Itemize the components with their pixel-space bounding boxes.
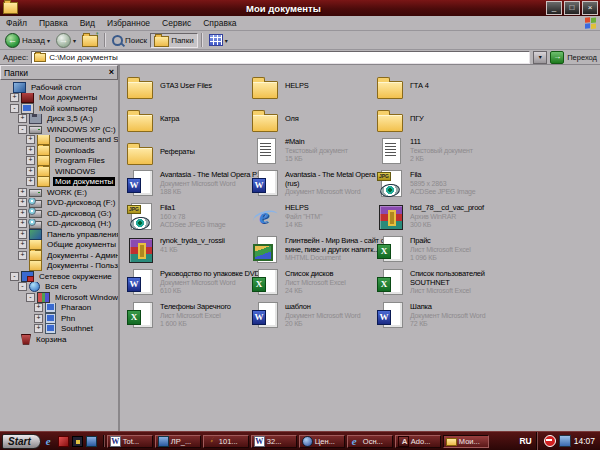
file-item[interactable]: Avantasia - The Metal Opera P1(rus)Докум…: [251, 169, 376, 202]
expand-toggle[interactable]: +: [26, 167, 35, 176]
tree-item[interactable]: -Мой компьютер: [0, 103, 118, 114]
file-item[interactable]: Глинтвейн - Мир Вина - сайт овине, пиве …: [251, 235, 376, 268]
expand-toggle[interactable]: +: [34, 324, 43, 333]
search-button[interactable]: Поиск: [109, 33, 150, 48]
expand-toggle[interactable]: +: [18, 114, 27, 123]
expand-toggle[interactable]: +: [18, 209, 27, 218]
file-item[interactable]: Fila5895 x 2863ACDSee JPEG Image: [376, 169, 501, 202]
file-item[interactable]: Fila1160 x 78ACDSee JPEG Image: [126, 202, 251, 235]
file-item[interactable]: HELPSФайл "HTM"14 КБ: [251, 202, 376, 235]
go-button[interactable]: →: [550, 51, 564, 64]
file-item[interactable]: 111Текстовый документ2 КБ: [376, 136, 501, 169]
tree-item[interactable]: -Вся сеть: [0, 282, 118, 293]
forward-dropdown-icon[interactable]: ▾: [73, 37, 76, 44]
file-item[interactable]: rynok_tryda_v_rossii41 КБ: [126, 235, 251, 268]
tree-item[interactable]: +WORK (E:): [0, 187, 118, 198]
views-button[interactable]: ▾: [206, 33, 231, 48]
file-item[interactable]: Оля: [251, 103, 376, 136]
start-button[interactable]: Start: [2, 434, 41, 449]
tree-item[interactable]: +Southnet: [0, 324, 118, 335]
tree-item[interactable]: +Мои документы: [0, 93, 118, 104]
file-item[interactable]: GTA3 User Files: [126, 70, 251, 103]
taskbar-task[interactable]: 101...: [203, 435, 249, 448]
tree-item[interactable]: +Program Files: [0, 156, 118, 167]
tree-item[interactable]: -Microsoft Windows Network: [0, 292, 118, 303]
expand-toggle[interactable]: +: [18, 198, 27, 207]
address-dropdown-button[interactable]: ▾: [533, 51, 547, 64]
expand-toggle[interactable]: +: [18, 251, 27, 260]
taskbar-task[interactable]: Цен...: [299, 435, 345, 448]
expand-toggle[interactable]: +: [26, 156, 35, 165]
expand-toggle[interactable]: +: [10, 93, 19, 102]
tree-item[interactable]: +Downloads: [0, 145, 118, 156]
tray-red-icon[interactable]: [544, 435, 556, 447]
tree-item[interactable]: +CD-дисковод (G:): [0, 208, 118, 219]
tree-item[interactable]: +Документы - Администратор: [0, 250, 118, 261]
file-item[interactable]: Avantasia - The Metal Opera P1Документ M…: [126, 169, 251, 202]
expand-toggle[interactable]: +: [34, 303, 43, 312]
file-item[interactable]: шаблонДокумент Microsoft Word20 КБ: [251, 301, 376, 334]
menu-item[interactable]: Файл: [0, 18, 33, 28]
expand-toggle[interactable]: +: [26, 177, 35, 186]
menu-item[interactable]: Избранное: [101, 18, 156, 28]
expand-toggle[interactable]: +: [26, 146, 35, 155]
expand-toggle[interactable]: -: [18, 125, 27, 134]
file-item[interactable]: ПрайсЛист Microsoft Excel1 096 КБ: [376, 235, 501, 268]
taskbar-task[interactable]: Ado...: [395, 435, 441, 448]
back-button[interactable]: ← Назад ▾: [2, 33, 53, 48]
maximize-button[interactable]: □: [564, 1, 580, 15]
taskbar-task[interactable]: Tot...: [107, 435, 153, 448]
app-dark-icon[interactable]: [72, 436, 83, 447]
forward-button[interactable]: → ▾: [53, 33, 79, 48]
file-item[interactable]: Рефераты: [126, 136, 251, 169]
tree-item[interactable]: +Documents and Settings: [0, 135, 118, 146]
tree-item[interactable]: -Сетевое окружение: [0, 271, 118, 282]
back-dropdown-icon[interactable]: ▾: [47, 37, 50, 44]
file-item[interactable]: ГТА 4: [376, 70, 501, 103]
views-dropdown-icon[interactable]: ▾: [225, 37, 228, 44]
menu-item[interactable]: Правка: [33, 18, 74, 28]
language-indicator[interactable]: RU: [514, 436, 536, 446]
app-red-icon[interactable]: [58, 436, 69, 447]
taskbar-task[interactable]: Осн...: [347, 435, 393, 448]
file-item[interactable]: Телефоны ЗаречногоЛист Microsoft Excel1 …: [126, 301, 251, 334]
file-item[interactable]: hsd_78__cd_vac_proofАрхив WinRAR300 КБ: [376, 202, 501, 235]
taskbar-task[interactable]: 32...: [251, 435, 297, 448]
menu-item[interactable]: Справка: [197, 18, 242, 28]
ie-icon[interactable]: [44, 436, 55, 447]
address-input[interactable]: C:\Мои документы: [31, 51, 530, 64]
expand-toggle[interactable]: -: [26, 293, 35, 302]
tree-item[interactable]: +DVD-дисковод (F:): [0, 198, 118, 209]
tree-item[interactable]: +CD-дисковод (H:): [0, 219, 118, 230]
expand-toggle[interactable]: -: [18, 282, 27, 291]
close-button[interactable]: ×: [582, 1, 598, 15]
minimize-button[interactable]: _: [546, 1, 562, 15]
tree-item[interactable]: +Панель управления: [0, 229, 118, 240]
expand-toggle[interactable]: -: [10, 104, 19, 113]
expand-toggle[interactable]: +: [18, 219, 27, 228]
expand-toggle[interactable]: +: [18, 240, 27, 249]
file-item[interactable]: HELPS: [251, 70, 376, 103]
tree-item[interactable]: +Диск 3,5 (A:): [0, 114, 118, 125]
file-item[interactable]: ПГУ: [376, 103, 501, 136]
sidebar-close-icon[interactable]: ×: [109, 68, 114, 77]
expand-toggle[interactable]: +: [18, 188, 27, 197]
folders-button[interactable]: Папки: [150, 33, 198, 48]
tree-item[interactable]: Рабочий стол: [0, 82, 118, 93]
tree-item[interactable]: +WINDOWS: [0, 166, 118, 177]
tree-item[interactable]: -WINDOWS XP (C:): [0, 124, 118, 135]
file-item[interactable]: Список дисковЛист Microsoft Excel24 КБ: [251, 268, 376, 301]
tree-item[interactable]: +Phn: [0, 313, 118, 324]
tray-blue-icon[interactable]: [559, 435, 571, 447]
tree-item[interactable]: Корзина: [0, 334, 118, 345]
tree-item[interactable]: +Общие документы: [0, 240, 118, 251]
app-blue-icon[interactable]: [86, 436, 97, 447]
tree-item[interactable]: Документы - Пользователь: [0, 261, 118, 272]
expand-toggle[interactable]: -: [10, 272, 19, 281]
taskbar-task[interactable]: ЛР_...: [155, 435, 201, 448]
file-item[interactable]: ШапкаДокумент Microsoft Word72 КБ: [376, 301, 501, 334]
up-button[interactable]: [79, 33, 101, 48]
file-item[interactable]: Катра: [126, 103, 251, 136]
tree-item[interactable]: +Мои документы: [0, 177, 118, 188]
menu-item[interactable]: Вид: [74, 18, 101, 28]
